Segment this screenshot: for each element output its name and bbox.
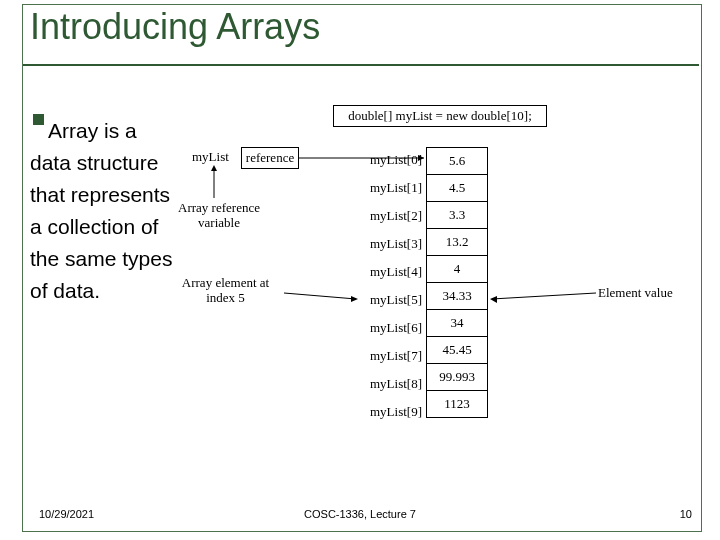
array-cell-3: 13.2 [427,229,488,256]
array-cell-7: 45.45 [427,337,488,364]
svg-marker-3 [211,165,217,171]
index-label-2: myList[2] [358,208,422,224]
index-label-5: myList[5] [358,292,422,308]
array-cell-2: 3.3 [427,202,488,229]
slide-title: Introducing Arrays [30,6,320,48]
mylist-label: myList [192,149,229,165]
array-cell-4: 4 [427,256,488,283]
body-text: Array is a data structure that represent… [30,115,175,307]
element-value-label: Element value [598,285,673,301]
body-text-content: Array is a data structure that represent… [30,119,172,302]
title-underline [23,64,699,66]
array-cell-9: 1123 [427,391,488,418]
array-cell-1: 4.5 [427,175,488,202]
array-cell-6: 34 [427,310,488,337]
index-label-4: myList[4] [358,264,422,280]
index-label-0: myList[0] [358,152,422,168]
svg-marker-5 [351,296,358,302]
array-element-at-label: Array element at index 5 [168,275,283,305]
reference-box: reference [241,147,299,169]
array-cell-5: 34.33 [427,283,488,310]
array-ref-var-label: Array reference variable [168,200,270,230]
svg-line-6 [492,293,596,299]
footer-center: COSC-1336, Lecture 7 [304,508,416,520]
footer-date: 10/29/2021 [39,508,94,520]
index-label-7: myList[7] [358,348,422,364]
index-label-3: myList[3] [358,236,422,252]
array-cell-8: 99.993 [427,364,488,391]
index-label-1: myList[1] [358,180,422,196]
svg-line-4 [284,293,356,299]
array-cell-0: 5.6 [427,148,488,175]
index-label-9: myList[9] [358,404,422,420]
array-table: 5.6 4.5 3.3 13.2 4 34.33 34 45.45 99.993… [426,147,488,418]
index-label-6: myList[6] [358,320,422,336]
declaration-box: double[] myList = new double[10]; [333,105,547,127]
array-diagram: double[] myList = new double[10]; myList… [178,105,698,445]
svg-marker-7 [490,296,497,303]
index-label-8: myList[8] [358,376,422,392]
footer-page-number: 10 [680,508,692,520]
